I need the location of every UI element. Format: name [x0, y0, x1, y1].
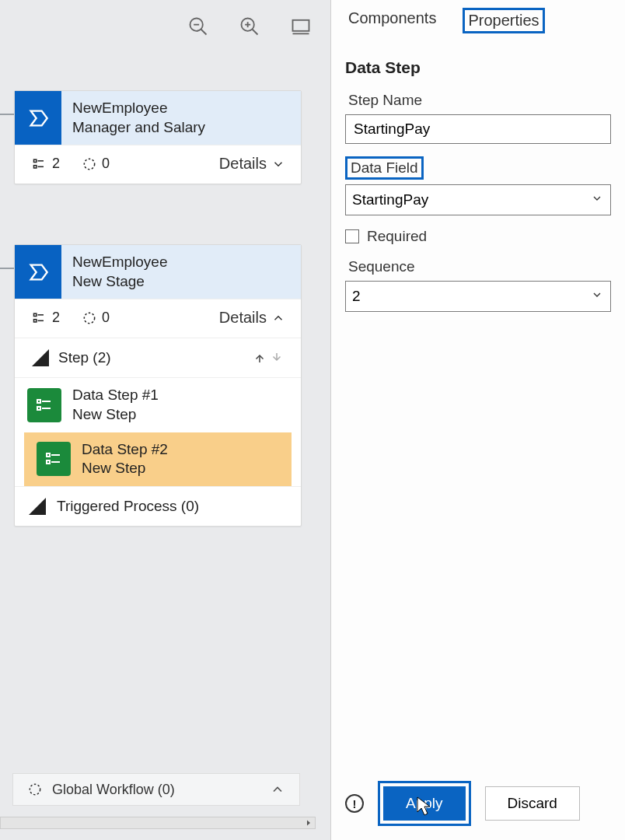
stage-title: NewEmployee — [72, 99, 205, 118]
steps-count-value: 2 — [52, 310, 60, 326]
data-step-icon — [27, 388, 61, 422]
svg-rect-9 — [34, 159, 37, 162]
details-expand-button[interactable]: Details — [219, 155, 285, 173]
step-name-input[interactable] — [345, 114, 611, 144]
zoom-in-icon[interactable] — [239, 16, 260, 37]
sequence-select-wrap — [345, 281, 611, 312]
svg-line-1 — [201, 30, 207, 35]
data-step-title: Data Step #2 — [82, 440, 168, 460]
chevron-down-icon — [271, 157, 285, 171]
svg-rect-14 — [34, 313, 37, 316]
steps-count-value: 2 — [52, 156, 60, 172]
data-step-2[interactable]: Data Step #2 New Step — [24, 432, 292, 486]
step-section-header[interactable]: Step (2) — [15, 338, 301, 377]
data-step-1[interactable]: Data Step #1 New Step — [15, 378, 301, 432]
stage-header[interactable]: NewEmployee Manager and Salary — [15, 91, 301, 145]
stage-subtitle: Manager and Salary — [72, 118, 205, 138]
panel-tabs: Components Properties — [331, 0, 625, 40]
triggered-process-row[interactable]: Triggered Process (0) — [15, 486, 301, 526]
tab-properties[interactable]: Properties — [463, 8, 544, 33]
triangle-icon — [32, 349, 49, 366]
stage-header[interactable]: NewEmployee New Stage — [15, 245, 301, 299]
tab-components[interactable]: Components — [345, 8, 439, 33]
zoom-out-icon[interactable] — [187, 16, 209, 37]
stage-card-manager-salary[interactable]: NewEmployee Manager and Salary 2 0 Detai… — [14, 90, 302, 184]
discard-button[interactable]: Discard — [485, 786, 580, 821]
steps-count: 2 — [32, 310, 60, 326]
stage-subtitle: New Stage — [72, 272, 168, 292]
arrow-down-icon — [270, 351, 284, 365]
properties-panel: Components Properties Data Step Step Nam… — [330, 0, 625, 840]
connector-line — [0, 268, 14, 269]
svg-rect-7 — [293, 20, 309, 31]
circle-dashed-icon — [27, 782, 43, 797]
arrow-up-icon — [253, 351, 267, 365]
data-step-subtitle: New Step — [72, 405, 159, 425]
svg-point-18 — [84, 313, 94, 323]
stage-titles: NewEmployee Manager and Salary — [61, 91, 216, 145]
steps-count: 2 — [32, 156, 60, 172]
svg-line-4 — [253, 30, 258, 35]
section-title: Data Step — [345, 58, 611, 77]
canvas-area: NewEmployee Manager and Salary 2 0 Detai… — [0, 0, 330, 840]
details-label: Details — [219, 309, 267, 327]
svg-rect-27 — [47, 460, 50, 464]
data-step-icon — [37, 442, 71, 476]
data-field-select-wrap — [345, 184, 611, 215]
global-workflow-bar[interactable]: Global Workflow (0) — [12, 773, 300, 806]
stage-title: NewEmployee — [72, 253, 168, 272]
data-step-title: Data Step #1 — [72, 386, 159, 405]
svg-rect-11 — [34, 166, 37, 168]
stage-chevron-icon — [15, 245, 61, 299]
data-field-label: Data Field — [345, 156, 424, 180]
stage-summary-row: 2 0 Details — [15, 145, 301, 184]
required-label: Required — [367, 228, 427, 245]
svg-marker-30 — [307, 821, 310, 826]
svg-point-13 — [84, 159, 94, 169]
svg-rect-23 — [37, 407, 40, 410]
reorder-arrows[interactable] — [253, 351, 284, 365]
cycle-count-value: 0 — [102, 156, 110, 172]
zoom-toolbar — [187, 16, 312, 37]
data-step-labels: Data Step #2 New Step — [82, 440, 168, 478]
data-step-subtitle: New Step — [82, 459, 168, 478]
cycle-count: 0 — [82, 156, 110, 172]
panel-footer: ! Apply Discard — [331, 781, 625, 826]
apply-button[interactable]: Apply — [383, 786, 466, 821]
data-field-select[interactable] — [345, 184, 611, 215]
apply-button-highlight: Apply — [378, 781, 471, 826]
data-step-labels: Data Step #1 New Step — [72, 386, 159, 424]
required-checkbox-row[interactable]: Required — [345, 228, 611, 245]
details-label: Details — [219, 155, 267, 173]
sequence-select[interactable] — [345, 281, 611, 312]
stage-chevron-icon — [15, 91, 61, 145]
triggered-process-label: Triggered Process (0) — [57, 498, 199, 515]
details-collapse-button[interactable]: Details — [219, 309, 285, 327]
triangle-icon — [29, 498, 46, 515]
required-checkbox[interactable] — [345, 229, 359, 243]
stage-card-new-stage[interactable]: NewEmployee New Stage 2 0 Details — [14, 244, 302, 527]
global-workflow-label: Global Workflow (0) — [52, 782, 175, 798]
stage-summary-row: 2 0 Details — [15, 299, 301, 338]
chevron-up-icon — [271, 311, 285, 325]
cycle-count-value: 0 — [102, 310, 110, 326]
step-section-label: Step (2) — [58, 349, 111, 366]
cycle-count: 0 — [82, 310, 110, 326]
svg-rect-21 — [37, 400, 40, 403]
svg-point-29 — [30, 784, 40, 794]
horizontal-scrollbar[interactable] — [0, 817, 316, 829]
connector-line — [0, 114, 14, 115]
stage-titles: NewEmployee New Stage — [61, 245, 179, 299]
scroll-right-icon[interactable] — [302, 817, 315, 829]
info-icon[interactable]: ! — [345, 794, 364, 813]
svg-rect-25 — [47, 453, 50, 457]
step-name-label: Step Name — [345, 91, 425, 110]
sequence-label: Sequence — [345, 257, 418, 276]
svg-rect-16 — [34, 320, 37, 322]
fit-to-screen-icon[interactable] — [290, 16, 312, 37]
chevron-up-icon[interactable] — [270, 782, 285, 797]
panel-body: Data Step Step Name Data Field Required … — [331, 40, 625, 312]
